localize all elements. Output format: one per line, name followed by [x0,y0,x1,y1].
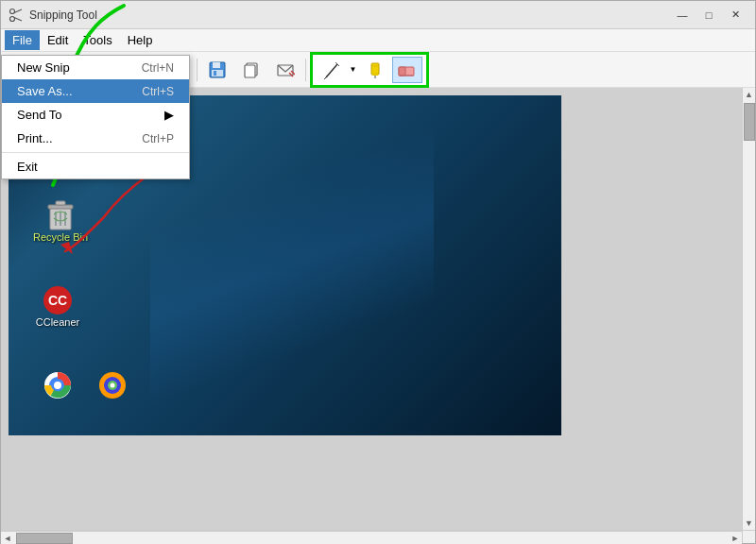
menu-tools[interactable]: Tools [76,30,119,50]
desktop-streak [150,95,434,435]
horizontal-scrollbar-row: ◄ ► [1,530,755,543]
window-controls: — □ ✕ [670,6,747,25]
svg-rect-13 [245,65,255,77]
scroll-left-button[interactable]: ◄ [1,532,14,544]
file-sendto-label: Send To [17,108,157,122]
file-sendto-item[interactable]: Send To ▶ [2,103,189,127]
menu-edit[interactable]: Edit [40,30,76,50]
pen-icon [322,60,341,79]
scroll-right-button[interactable]: ► [729,532,742,544]
svg-rect-11 [214,71,216,76]
scroll-thumb-vertical[interactable] [744,103,755,141]
drawing-tools-group: ▼ [310,52,429,88]
menubar: File Edit Tools Help [1,29,755,52]
file-exit-item[interactable]: Exit [2,155,189,178]
highlighter-tool-button[interactable] [360,57,390,83]
svg-rect-9 [213,62,220,68]
scroll-track-h [74,532,729,544]
svg-point-43 [54,382,61,389]
file-print-label: Print... [17,131,123,145]
svg-line-2 [14,9,22,13]
eraser-icon [396,60,419,79]
eraser-tool-button[interactable] [392,57,422,83]
svg-rect-22 [372,73,378,76]
file-exit-label: Exit [17,160,174,174]
file-save-shortcut: Ctrl+S [142,85,174,98]
vertical-scrollbar[interactable]: ▲ ▼ [742,88,755,530]
ccleaner-label: CCleaner [36,316,79,328]
recycle-bin-label: Recycle Bin [33,231,88,243]
email-icon [276,60,295,79]
firefox-image [96,369,129,401]
minimize-button[interactable]: — [670,6,695,25]
recycle-bin-icon: Recycle Bin [32,199,89,243]
file-save-as-item[interactable]: Save As... Ctrl+S [2,79,189,103]
pen-dropdown-button[interactable]: ▼ [349,57,358,83]
svg-line-17 [326,64,337,77]
file-save-label: Save As... [17,84,123,98]
email-button[interactable] [269,56,301,84]
file-menu-dropdown: New Snip Ctrl+N Save As... Ctrl+S Send T… [1,55,190,179]
svg-rect-35 [56,201,65,205]
svg-point-1 [10,16,15,21]
file-new-label: New Snip [17,60,123,75]
close-button[interactable]: ✕ [723,6,747,25]
ccleaner-icon: CC CCleaner [29,284,86,328]
scroll-thumb-horizontal[interactable] [16,533,73,544]
scroll-up-button[interactable]: ▲ [743,88,755,101]
file-new-shortcut: Ctrl+N [142,61,174,75]
toolbar-separator-1 [197,59,198,81]
chrome-icon [29,369,86,401]
svg-text:CC: CC [48,293,67,308]
pen-tool-button[interactable] [317,57,347,83]
scroll-down-button[interactable]: ▼ [743,517,755,530]
highlighter-icon [366,60,385,79]
toolbar-separator-2 [305,59,306,81]
svg-line-20 [324,77,326,79]
chrome-image [42,369,74,401]
main-window: Snipping Tool — □ ✕ File Edit Tools Help [0,0,756,544]
recycle-bin-image [46,199,75,231]
window-title: Snipping Tool [29,8,670,22]
svg-point-47 [111,383,115,388]
save-button[interactable] [201,56,233,84]
file-new-item[interactable]: New Snip Ctrl+N [2,56,189,79]
menu-help[interactable]: Help [120,30,161,50]
ccleaner-image: CC [42,284,74,316]
scroll-track-v [743,142,755,517]
svg-rect-10 [212,70,223,76]
copy-button[interactable] [235,56,267,84]
menu-separator [2,152,189,153]
svg-point-0 [10,8,15,13]
maximize-button[interactable]: □ [696,6,721,25]
pen-dropdown-icon: ▼ [350,65,357,74]
submenu-arrow-icon: ▶ [164,108,174,122]
firefox-icon [84,369,141,401]
app-icon [9,8,24,23]
copy-icon [242,60,261,79]
scroll-corner [742,531,755,543]
save-icon [208,60,227,79]
file-print-item[interactable]: Print... Ctrl+P [2,127,189,150]
menu-file[interactable]: File [5,30,40,50]
horizontal-scrollbar[interactable]: ◄ ► [1,531,742,544]
svg-rect-26 [399,67,405,76]
titlebar: Snipping Tool — □ ✕ [1,1,755,29]
file-print-shortcut: Ctrl+P [142,132,174,145]
svg-rect-34 [48,205,73,209]
svg-line-3 [14,17,22,21]
